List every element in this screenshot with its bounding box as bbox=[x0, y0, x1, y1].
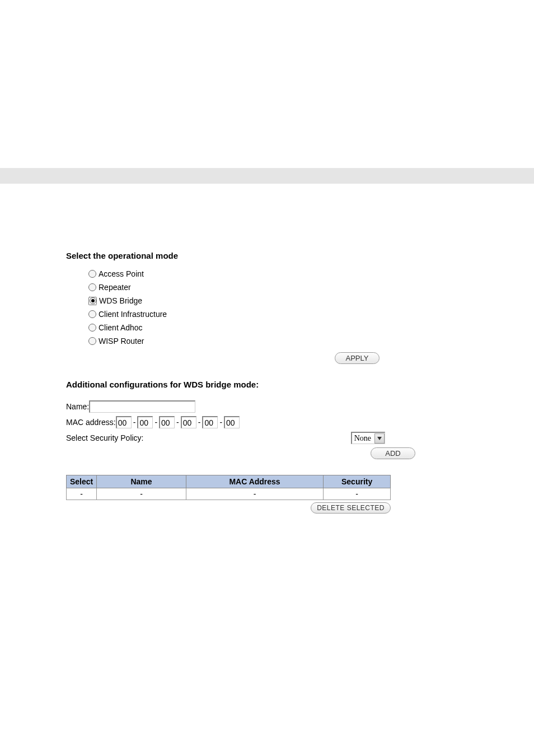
radio-icon bbox=[88, 324, 96, 332]
mac-separator: - bbox=[153, 418, 159, 427]
radio-access-point[interactable]: Access Point bbox=[88, 267, 484, 281]
cell-select: - bbox=[67, 488, 97, 500]
mac-input-5[interactable] bbox=[202, 416, 218, 428]
radio-icon bbox=[88, 310, 96, 318]
cell-security: - bbox=[324, 488, 391, 500]
radio-label: WISP Router bbox=[99, 337, 144, 346]
wds-config-heading: Additional configurations for WDS bridge… bbox=[66, 380, 484, 389]
operational-mode-radio-list: Access Point Repeater WDS Bridge Client … bbox=[66, 267, 484, 348]
operational-mode-heading: Select the operational mode bbox=[66, 251, 484, 260]
security-select-value: None bbox=[352, 434, 374, 443]
radio-icon bbox=[88, 337, 96, 345]
radio-repeater[interactable]: Repeater bbox=[88, 281, 484, 294]
radio-wisp-router[interactable]: WISP Router bbox=[88, 334, 484, 348]
th-name: Name bbox=[97, 475, 186, 488]
wds-table: Select Name MAC Address Security - - - - bbox=[66, 475, 391, 500]
apply-button[interactable]: APPLY bbox=[335, 352, 380, 364]
name-label: Name: bbox=[66, 402, 89, 411]
security-row: Select Security Policy: None bbox=[66, 432, 385, 444]
radio-label: Client Adhoc bbox=[99, 323, 143, 332]
radio-label: Client Infrastructure bbox=[99, 310, 167, 319]
page-content: Select the operational mode Access Point… bbox=[0, 184, 534, 514]
mac-input-4[interactable] bbox=[181, 416, 196, 428]
top-spacer-bar bbox=[0, 168, 534, 184]
cell-name: - bbox=[97, 488, 186, 500]
mac-input-1[interactable] bbox=[116, 416, 132, 428]
radio-label: Repeater bbox=[99, 283, 131, 292]
mac-separator: - bbox=[175, 418, 181, 427]
radio-label: Access Point bbox=[99, 269, 144, 278]
mac-input-3[interactable] bbox=[159, 416, 175, 428]
th-mac: MAC Address bbox=[186, 475, 323, 488]
radio-icon-selected bbox=[88, 297, 97, 305]
mac-separator: - bbox=[218, 418, 224, 427]
radio-client-infrastructure[interactable]: Client Infrastructure bbox=[88, 307, 484, 321]
delete-selected-button[interactable]: DELETE SELECTED bbox=[311, 502, 391, 514]
add-button[interactable]: ADD bbox=[371, 447, 415, 459]
mac-input-2[interactable] bbox=[137, 416, 153, 428]
name-input[interactable] bbox=[89, 400, 195, 413]
mac-label: MAC address: bbox=[66, 418, 116, 427]
svg-marker-0 bbox=[377, 437, 382, 440]
name-row: Name: bbox=[66, 400, 484, 413]
mac-separator: - bbox=[132, 418, 138, 427]
mac-row: MAC address: - - - - - bbox=[66, 416, 484, 428]
radio-wds-bridge[interactable]: WDS Bridge bbox=[88, 294, 484, 307]
th-security: Security bbox=[324, 475, 391, 488]
cell-mac: - bbox=[186, 488, 323, 500]
radio-label: WDS Bridge bbox=[99, 296, 142, 305]
dropdown-arrow-icon bbox=[374, 433, 385, 444]
table-row: - - - - bbox=[67, 488, 391, 500]
th-select: Select bbox=[67, 475, 97, 488]
radio-icon bbox=[88, 270, 96, 278]
radio-client-adhoc[interactable]: Client Adhoc bbox=[88, 321, 484, 334]
mac-separator: - bbox=[196, 418, 203, 427]
radio-icon bbox=[88, 283, 96, 291]
security-select[interactable]: None bbox=[351, 432, 385, 444]
security-label: Select Security Policy: bbox=[66, 433, 144, 442]
mac-input-6[interactable] bbox=[224, 416, 240, 428]
